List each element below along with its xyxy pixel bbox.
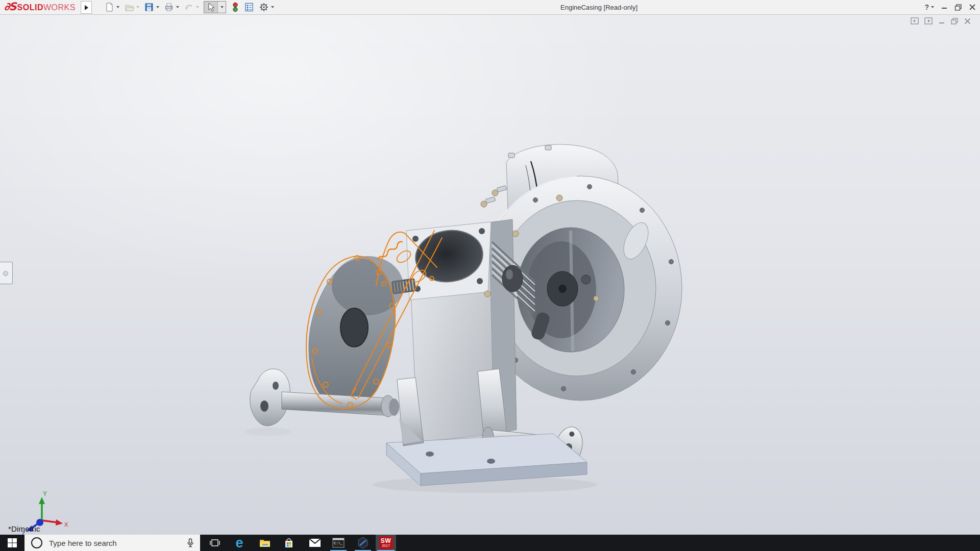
pane-previous-button[interactable]: [911, 17, 919, 25]
doc-close-button[interactable]: [964, 17, 971, 25]
print-icon: [164, 2, 174, 12]
new-dropdown-caret[interactable]: [116, 6, 119, 8]
open-folder-icon: [124, 2, 134, 12]
open-button[interactable]: [124, 2, 139, 12]
mail-icon: [309, 538, 321, 547]
restore-button[interactable]: [954, 4, 962, 11]
windows-taskbar: e C:\_: [0, 535, 980, 551]
triad-y-label: Y: [43, 490, 47, 497]
options-gear-icon: [259, 2, 269, 12]
doc-minimize-button[interactable]: [938, 17, 945, 25]
command-prompt-button[interactable]: C:\_: [329, 535, 348, 551]
help-dropdown-caret[interactable]: [931, 6, 934, 8]
doc-restore-button[interactable]: [950, 17, 959, 25]
edrawings-button[interactable]: [353, 535, 373, 551]
sw-letters: SW: [381, 538, 391, 544]
brand-light: WORKS: [43, 3, 76, 12]
options-button[interactable]: [259, 2, 274, 12]
taskbar-search[interactable]: [24, 535, 200, 551]
file-explorer-button[interactable]: [255, 535, 275, 551]
store-icon: [283, 537, 295, 548]
app-window-controls: ?: [924, 0, 976, 14]
title-bar: ∂SSOLIDWORKS: [0, 0, 980, 15]
document-window-controls: [911, 17, 971, 25]
graphics-viewport[interactable]: Y X Z *Dimetric: [0, 14, 980, 535]
svg-text:C:\_: C:\_: [334, 541, 343, 545]
select-cursor-icon: [206, 2, 215, 12]
select-tool-button[interactable]: [204, 1, 226, 13]
rebuild-traffic-light-icon: [231, 2, 239, 13]
help-button[interactable]: ?: [924, 3, 934, 11]
start-button[interactable]: [0, 535, 24, 551]
save-floppy-icon: [144, 2, 154, 12]
solidworks-logo-glyph: ∂S: [4, 1, 16, 13]
save-dropdown-caret[interactable]: [156, 6, 159, 8]
print-dropdown-caret[interactable]: [176, 6, 179, 8]
solidworks-app-button[interactable]: SW 2017: [376, 535, 396, 551]
solidworks-app-icon: SW 2017: [379, 536, 393, 549]
triad-x-label: X: [64, 521, 68, 528]
options-dropdown-caret[interactable]: [271, 6, 274, 8]
new-document-button[interactable]: [104, 2, 119, 12]
undo-button[interactable]: [184, 2, 199, 12]
engine-casing-model[interactable]: [0, 14, 980, 535]
task-view-icon: [210, 538, 220, 548]
save-button[interactable]: [144, 2, 159, 12]
print-button[interactable]: [164, 2, 179, 12]
file-properties-button[interactable]: [244, 2, 254, 12]
menu-expand-button[interactable]: [81, 1, 92, 14]
file-explorer-icon: [259, 538, 271, 548]
edrawings-hexagon-icon: [357, 537, 369, 549]
view-orientation-label: *Dimetric: [8, 524, 40, 533]
search-input[interactable]: [48, 538, 187, 548]
rebuild-button[interactable]: [231, 2, 239, 13]
sw-year: 2017: [382, 544, 390, 548]
select-dropdown-caret: [220, 6, 224, 8]
open-dropdown-caret[interactable]: [136, 6, 139, 8]
edge-button[interactable]: e: [230, 535, 249, 551]
microphone-icon[interactable]: [187, 538, 194, 548]
windows-logo-icon: [7, 538, 17, 548]
quick-access-toolbar: [104, 2, 279, 13]
file-properties-icon: [244, 2, 254, 12]
cortana-icon[interactable]: [31, 537, 42, 548]
undo-dropdown-caret[interactable]: [196, 6, 199, 8]
solidworks-logo: ∂SSOLIDWORKS: [4, 1, 76, 14]
help-icon: ?: [924, 3, 929, 11]
new-document-icon: [104, 2, 114, 12]
task-view-button[interactable]: [205, 535, 225, 551]
brand-bold: SOLID: [17, 3, 43, 12]
mail-button[interactable]: [305, 535, 325, 551]
minimize-button[interactable]: [941, 4, 948, 11]
pane-next-button[interactable]: [924, 17, 933, 25]
command-prompt-icon: C:\_: [332, 538, 345, 548]
expand-arrow-icon: [84, 5, 89, 11]
document-title: EngineCasing [Read-only]: [560, 4, 638, 11]
edge-icon: e: [235, 536, 243, 549]
store-button[interactable]: [279, 535, 299, 551]
select-dropdown[interactable]: [217, 2, 226, 13]
close-button[interactable]: [969, 4, 976, 11]
undo-icon: [184, 2, 194, 12]
